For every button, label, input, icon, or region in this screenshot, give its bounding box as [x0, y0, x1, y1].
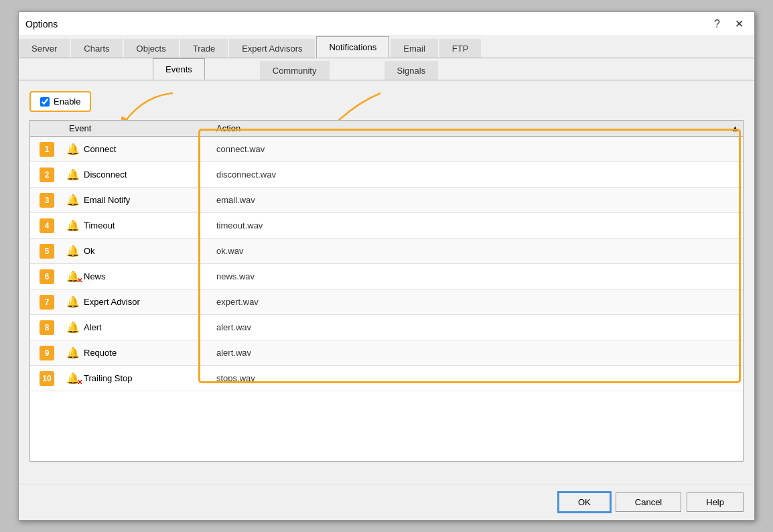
row-action-5[interactable]: ok.wav	[211, 246, 743, 256]
bell-icon: 🔔	[66, 143, 80, 155]
tabs-row1: Server Charts Objects Trade Expert Advis…	[19, 36, 754, 58]
row-event-4: 🔔Timeout	[64, 219, 211, 232]
row-action-9[interactable]: alert.wav	[211, 348, 743, 358]
bell-icon: 🔔	[66, 219, 80, 232]
tab-signals[interactable]: Signals	[384, 61, 439, 80]
col-header-event: Event	[64, 123, 211, 133]
row-event-2: 🔔Disconnect	[64, 168, 211, 181]
event-label: News	[84, 271, 106, 281]
bell-icon: 🔔	[66, 346, 80, 359]
table-row[interactable]: 6🔔✕Newsnews.wav	[30, 264, 743, 289]
table-row[interactable]: 7🔔Expert Advisorexpert.wav	[30, 289, 743, 315]
tab-email[interactable]: Email	[391, 39, 438, 58]
enable-checkbox[interactable]	[40, 97, 50, 107]
row-num-5: 5	[30, 244, 64, 259]
title-bar-right: ? ✕	[710, 16, 748, 31]
row-num-3: 3	[30, 193, 64, 208]
event-label: Disconnect	[84, 170, 127, 180]
table-row[interactable]: 10🔔✕Trailing Stopstops.wav	[30, 366, 743, 391]
row-num-1: 1	[30, 142, 64, 157]
row-num-8: 8	[30, 320, 64, 335]
event-label: Connect	[84, 144, 116, 154]
tab-server[interactable]: Server	[19, 39, 70, 58]
cancel-button[interactable]: Cancel	[616, 492, 681, 512]
row-action-2[interactable]: disconnect.wav	[211, 170, 743, 180]
bell-icon: 🔔	[66, 168, 80, 181]
col-header-num	[30, 123, 64, 133]
tab-notifications[interactable]: Notifications	[316, 36, 389, 58]
event-label: Ok	[84, 246, 95, 256]
events-table: Event Action ▲ 1🔔Connectconnect.wav2🔔Dis…	[29, 120, 744, 462]
bell-icon: 🔔✕	[66, 372, 80, 385]
tab-trade[interactable]: Trade	[180, 39, 228, 58]
row-action-4[interactable]: timeout.wav	[211, 220, 743, 230]
row-action-1[interactable]: connect.wav	[211, 144, 743, 154]
row-num-4: 4	[30, 218, 64, 233]
enable-checkbox-area[interactable]: Enable	[29, 91, 91, 112]
row-event-7: 🔔Expert Advisor	[64, 295, 211, 308]
ok-button[interactable]: OK	[559, 492, 610, 512]
table-row[interactable]: 2🔔Disconnectdisconnect.wav	[30, 162, 743, 188]
title-bar: Options ? ✕	[19, 12, 754, 36]
event-label: Expert Advisor	[84, 297, 140, 307]
tabs-row2: Events Community Signals	[19, 58, 754, 80]
tab-charts[interactable]: Charts	[71, 39, 122, 58]
row-event-10: 🔔✕Trailing Stop	[64, 372, 211, 385]
event-label: Email Notify	[84, 195, 130, 205]
table-row[interactable]: 1🔔Connectconnect.wav	[30, 137, 743, 162]
table-row[interactable]: 3🔔Email Notifyemail.wav	[30, 188, 743, 213]
row-action-10[interactable]: stops.wav	[211, 373, 743, 383]
bell-icon: 🔔	[66, 321, 80, 334]
row-event-3: 🔔Email Notify	[64, 194, 211, 206]
options-dialog: Options ? ✕ Server Charts Objects Trade …	[18, 11, 755, 521]
row-event-6: 🔔✕News	[64, 270, 211, 283]
row-event-5: 🔔Ok	[64, 245, 211, 257]
title-bar-left: Options	[25, 19, 58, 29]
table-header: Event Action ▲	[30, 121, 743, 137]
bell-icon: 🔔	[66, 245, 80, 257]
dialog-title: Options	[25, 19, 58, 29]
row-action-6[interactable]: news.wav	[211, 271, 743, 281]
row-event-8: 🔔Alert	[64, 321, 211, 334]
table-row[interactable]: 4🔔Timeouttimeout.wav	[30, 213, 743, 239]
event-label: Trailing Stop	[84, 373, 133, 383]
table-row[interactable]: 9🔔Requotealert.wav	[30, 340, 743, 366]
row-event-9: 🔔Requote	[64, 346, 211, 359]
table-body: 1🔔Connectconnect.wav2🔔Disconnectdisconne…	[30, 137, 743, 457]
bell-icon: 🔔✕	[66, 270, 80, 283]
row-action-3[interactable]: email.wav	[211, 195, 743, 205]
help-button[interactable]: Help	[687, 492, 744, 512]
row-num-7: 7	[30, 295, 64, 310]
bell-icon: 🔔	[66, 194, 80, 206]
event-label: Requote	[84, 348, 117, 358]
event-label: Alert	[84, 322, 102, 332]
bell-icon: 🔔	[66, 295, 80, 308]
close-title-btn[interactable]: ✕	[731, 16, 748, 31]
row-num-2: 2	[30, 168, 64, 182]
footer: OK Cancel Help	[19, 484, 754, 520]
scrollbar-placeholder: ▲	[731, 123, 743, 133]
row-action-8[interactable]: alert.wav	[211, 322, 743, 332]
tab-events[interactable]: Events	[153, 58, 205, 80]
tab-community[interactable]: Community	[260, 61, 330, 80]
row-event-1: 🔔Connect	[64, 143, 211, 155]
table-row[interactable]: 8🔔Alertalert.wav	[30, 315, 743, 340]
col-header-action: Action	[211, 123, 731, 133]
event-label: Timeout	[84, 220, 115, 230]
row-num-10: 10	[30, 371, 64, 386]
tab-expert-advisors[interactable]: Expert Advisors	[229, 39, 315, 58]
row-num-6: 6	[30, 269, 64, 284]
tab-ftp[interactable]: FTP	[439, 39, 482, 58]
table-row[interactable]: 5🔔Okok.wav	[30, 239, 743, 264]
tab-objects[interactable]: Objects	[124, 39, 179, 58]
enable-label: Enable	[54, 96, 80, 107]
row-num-9: 9	[30, 346, 64, 360]
help-title-btn[interactable]: ?	[710, 17, 724, 31]
row-action-7[interactable]: expert.wav	[211, 297, 743, 307]
content-area: Enable Event Action ▲ 1🔔Connectconnect.w…	[19, 80, 754, 484]
